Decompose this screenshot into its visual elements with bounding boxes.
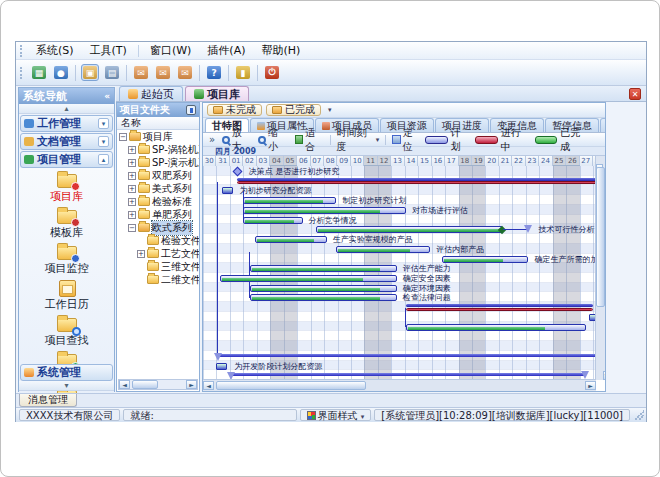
tree-node-label: 三维文件 <box>161 260 199 274</box>
menu-item[interactable]: 插件(A) <box>199 42 253 59</box>
tree-node-检验文件[interactable]: 检验文件 <box>117 234 199 247</box>
session-info: [系统管理员][10:28:09][培训数据库][lucky][11000] <box>374 409 630 421</box>
expand-icon[interactable]: + <box>128 146 136 154</box>
user-card-icon[interactable]: ▦ <box>30 64 48 81</box>
sidebar-item-工作日历[interactable]: 工作日历 <box>19 279 114 311</box>
collapse-icon[interactable]: − <box>119 133 127 141</box>
task-label: 确定安全因素 <box>403 274 451 283</box>
resize-grip[interactable] <box>634 410 644 420</box>
tool-时间刻度[interactable]: 时间刻度▾ <box>333 126 384 154</box>
power-icon[interactable]: ⏻ <box>263 64 281 81</box>
close-icon[interactable]: ✕ <box>629 88 641 100</box>
tree-node-美式系列[interactable]: +美式系列 <box>117 182 199 195</box>
expand-icon[interactable]: + <box>128 172 136 180</box>
scroll-thumb[interactable] <box>596 167 605 307</box>
expand-icon[interactable]: + <box>128 159 136 167</box>
chevron-icon[interactable]: ▾ <box>98 136 109 147</box>
pin-icon[interactable]: « <box>104 91 110 101</box>
scroll-down-button[interactable]: ▾ <box>19 381 114 391</box>
section-icon <box>24 368 34 377</box>
nav-section-2[interactable]: 文档管理▾ <box>20 133 113 150</box>
tab-起始页[interactable]: 起始页 <box>119 86 183 101</box>
mail-open-icon[interactable]: ✉ <box>154 64 172 81</box>
tree-node-SP-演示机系[interactable]: +SP-演示机系 <box>117 156 199 169</box>
gantt-horizontal-scrollbar[interactable]: ◄ ► <box>203 379 596 391</box>
nav-section-3[interactable]: 项目管理▴ <box>20 151 113 168</box>
toolbar-separator <box>385 135 386 145</box>
tree-node-双肥系列[interactable]: +双肥系列 <box>117 169 199 182</box>
folder-icon <box>272 106 282 114</box>
mail-forward-icon[interactable]: ✉ <box>176 64 194 81</box>
layout-window-icon[interactable]: ▤ <box>103 64 121 81</box>
menu-item[interactable]: 窗口(W) <box>142 42 199 59</box>
tree-column-header[interactable]: 名称 <box>117 117 199 130</box>
lock-icon[interactable]: ▮ <box>234 64 252 81</box>
task-progress <box>252 297 380 300</box>
zoom-in-icon <box>222 136 230 144</box>
chevron-icon[interactable]: ▾ <box>98 118 109 129</box>
mail-new-icon[interactable]: ✉ <box>132 64 150 81</box>
style-button[interactable]: 界面样式 ▾ <box>300 409 372 421</box>
filter-button-未完成[interactable]: 未完成 <box>207 104 262 116</box>
tree-node-三维文件[interactable]: 三维文件 <box>117 260 199 273</box>
expand-icon[interactable]: + <box>137 250 145 258</box>
chevron-down-icon[interactable]: ▾ <box>325 106 335 114</box>
tree-node-单肥系列[interactable]: +单肥系列 <box>117 208 199 221</box>
tree-node-SP-涡轮机系[interactable]: +SP-涡轮机系 <box>117 143 199 156</box>
tab-label: 起始页 <box>141 87 174 102</box>
folder-icon <box>138 171 150 180</box>
scroll-up-button[interactable]: ▴ <box>19 104 114 114</box>
tool-定位[interactable]: 定位 <box>388 126 425 154</box>
folder-window-icon[interactable]: ▣ <box>81 64 99 81</box>
menu-item[interactable]: 帮助(H) <box>253 42 308 59</box>
help-icon[interactable]: ? <box>205 64 223 81</box>
tree-node-欧式系列[interactable]: −欧式系列 <box>117 221 199 234</box>
pin-icon[interactable] <box>186 105 196 115</box>
scroll-thumb[interactable] <box>132 380 158 389</box>
tool-适合[interactable]: 适合 <box>291 126 328 154</box>
message-manager-tab[interactable]: 消息管理 <box>19 394 77 407</box>
chevron-icon[interactable]: ▴ <box>98 154 109 165</box>
globe-icon[interactable]: ● <box>52 64 70 81</box>
sidebar-item-项目监控[interactable]: 项目监控 <box>19 243 114 275</box>
filter-button-已完成[interactable]: 已完成 <box>266 104 321 116</box>
tree-node-项目库[interactable]: −项目库 <box>117 130 199 143</box>
scroll-right-icon[interactable]: ► <box>585 381 596 390</box>
user-card-icon: ▦ <box>32 66 46 79</box>
tree-node-工艺文件[interactable]: +工艺文件 <box>117 247 199 260</box>
tree-horizontal-scrollbar[interactable]: ◄ ► <box>118 379 198 390</box>
menu-item[interactable]: 系统(S) <box>28 42 82 59</box>
sidebar-item-模板库[interactable]: 模板库 <box>19 207 114 239</box>
scroll-left-icon[interactable]: ◄ <box>203 381 214 390</box>
tool-缩小[interactable]: 缩小 <box>254 126 290 154</box>
scroll-down-icon[interactable]: ▼ <box>603 371 606 380</box>
sidebar-item-项目库[interactable]: 项目库 <box>19 171 114 203</box>
legend-label: 进行中 <box>501 126 529 154</box>
scroll-thumb[interactable] <box>216 381 366 390</box>
menu-bar: 系统(S)工具(T)窗口(W)插件(A)帮助(H) <box>16 42 646 60</box>
tree-node-检验标准[interactable]: +检验标准 <box>117 195 199 208</box>
nav-header: 系统导航 « <box>19 88 114 104</box>
gantt-vertical-scrollbar[interactable]: ▲ ▼ <box>595 156 605 380</box>
collapse-icon[interactable]: − <box>128 224 136 232</box>
nav-section-bottom[interactable]: 系统管理 <box>20 364 113 381</box>
weekend-shade <box>459 166 472 380</box>
expand-icon[interactable]: + <box>128 198 136 206</box>
day-cell: 31 <box>216 156 229 166</box>
menu-item[interactable]: 工具(T) <box>82 42 135 59</box>
tab-项目库[interactable]: 项目库 <box>185 86 249 101</box>
day-cell: 02 <box>243 156 256 166</box>
connector-line <box>217 182 218 354</box>
overflow-chevron-icon[interactable]: » <box>206 134 218 145</box>
expand-icon[interactable]: + <box>128 211 136 219</box>
gantt-chart-area[interactable]: 决策点 是否进行初步研究为初步研究分配资源制定初步研究计划对市场进行评估分析竞争… <box>203 166 596 380</box>
scroll-left-icon[interactable]: ◄ <box>119 380 130 389</box>
tree-node-二维文件[interactable]: 二维文件 <box>117 273 199 286</box>
scroll-right-icon[interactable]: ► <box>186 380 197 389</box>
zoom-out-icon <box>258 136 266 144</box>
expand-icon[interactable]: + <box>128 185 136 193</box>
task-progress <box>245 200 323 203</box>
nav-section-1[interactable]: 工作管理▾ <box>20 115 113 132</box>
sidebar-item-项目查找[interactable]: 项目查找 <box>19 315 114 347</box>
tree-node-label: 检验标准 <box>152 195 192 209</box>
